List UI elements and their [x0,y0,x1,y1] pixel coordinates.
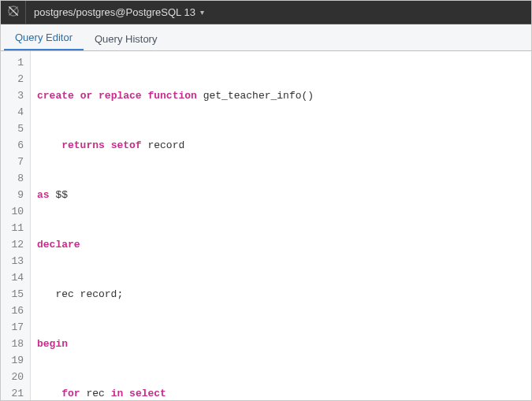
line-number: 5 [1,121,24,137]
line-number: 12 [1,236,24,253]
line-number: 15 [1,286,24,303]
line-number: 14 [1,269,24,286]
line-number: 19 [1,352,24,369]
line-number: 3 [1,87,24,104]
toolbar: postgres/postgres@PostgreSQL 13 ▾ [1,1,531,24]
line-number: 1 [1,54,24,71]
line-number: 17 [1,319,24,336]
line-number: 2 [1,71,24,87]
line-gutter: 123456789101112131415161718192021 [1,51,31,400]
line-number: 11 [1,220,24,236]
line-number: 9 [1,187,24,203]
line-number: 13 [1,253,24,269]
line-number: 18 [1,336,24,352]
line-number: 8 [1,170,24,187]
code-tag-icon [7,5,20,20]
connection-dropdown[interactable]: postgres/postgres@PostgreSQL 13 ▾ [26,1,212,24]
line-number: 16 [1,303,24,319]
line-number: 10 [1,203,24,220]
chevron-down-icon: ▾ [200,8,204,17]
line-number: 4 [1,104,24,121]
line-number: 20 [1,369,24,385]
line-number: 7 [1,154,24,170]
query-tool-icon-button[interactable] [1,1,26,24]
connection-label: postgres/postgres@PostgreSQL 13 [34,6,195,18]
tab-query-history[interactable]: Query History [84,27,168,50]
line-number: 21 [1,385,24,401]
line-number: 6 [1,137,24,154]
code-area[interactable]: create or replace function get_teacher_i… [31,51,531,400]
code-editor[interactable]: 123456789101112131415161718192021 create… [1,51,531,400]
tab-query-editor[interactable]: Query Editor [4,25,84,50]
tabstrip: Query Editor Query History [1,24,531,51]
